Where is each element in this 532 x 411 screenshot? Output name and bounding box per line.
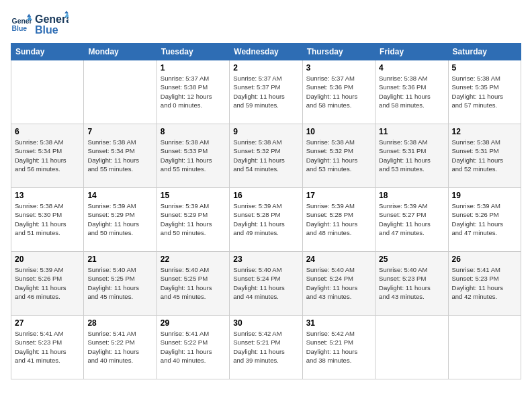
- calendar-cell: 22Sunrise: 5:40 AM Sunset: 5:25 PM Dayli…: [157, 252, 229, 316]
- weekday-header-sunday: Sunday: [11, 44, 84, 60]
- day-info: Sunrise: 5:38 AM Sunset: 5:35 PM Dayligh…: [452, 74, 517, 109]
- svg-marker-2: [27, 14, 31, 17]
- calendar-week-2: 6Sunrise: 5:38 AM Sunset: 5:34 PM Daylig…: [11, 124, 521, 188]
- calendar-cell: 25Sunrise: 5:40 AM Sunset: 5:23 PM Dayli…: [375, 252, 448, 316]
- day-number: 18: [379, 191, 444, 200]
- day-number: 23: [233, 255, 298, 264]
- calendar-cell: [84, 60, 157, 124]
- day-number: 20: [15, 255, 80, 264]
- day-info: Sunrise: 5:39 AM Sunset: 5:28 PM Dayligh…: [233, 201, 298, 237]
- day-number: 25: [379, 255, 444, 264]
- day-info: Sunrise: 5:41 AM Sunset: 5:22 PM Dayligh…: [87, 329, 152, 365]
- day-info: Sunrise: 5:38 AM Sunset: 5:31 PM Dayligh…: [379, 138, 444, 173]
- day-info: Sunrise: 5:38 AM Sunset: 5:34 PM Dayligh…: [87, 138, 152, 173]
- calendar-cell: 18Sunrise: 5:39 AM Sunset: 5:27 PM Dayli…: [375, 188, 448, 252]
- day-info: Sunrise: 5:38 AM Sunset: 5:32 PM Dayligh…: [233, 138, 298, 173]
- calendar-header-row: SundayMondayTuesdayWednesdayThursdayFrid…: [11, 44, 521, 60]
- weekday-header-thursday: Thursday: [302, 44, 375, 60]
- day-number: 2: [233, 63, 298, 73]
- day-number: 13: [15, 191, 80, 200]
- day-info: Sunrise: 5:39 AM Sunset: 5:29 PM Dayligh…: [161, 201, 226, 237]
- calendar-cell: 10Sunrise: 5:38 AM Sunset: 5:32 PM Dayli…: [302, 124, 375, 188]
- logo-svg: General Blue: [35, 11, 69, 36]
- day-number: 24: [306, 255, 371, 264]
- day-number: 26: [452, 255, 517, 264]
- weekday-header-wednesday: Wednesday: [230, 44, 302, 60]
- day-number: 9: [233, 127, 298, 136]
- calendar-cell: 29Sunrise: 5:41 AM Sunset: 5:22 PM Dayli…: [157, 316, 229, 379]
- calendar-cell: 11Sunrise: 5:38 AM Sunset: 5:31 PM Dayli…: [375, 124, 448, 188]
- day-number: 29: [161, 318, 226, 328]
- calendar-cell: 13Sunrise: 5:38 AM Sunset: 5:30 PM Dayli…: [11, 188, 84, 252]
- logo: General Blue General Blue: [11, 11, 69, 36]
- calendar-cell: 19Sunrise: 5:39 AM Sunset: 5:26 PM Dayli…: [448, 188, 521, 252]
- calendar-cell: 1Sunrise: 5:37 AM Sunset: 5:38 PM Daylig…: [157, 60, 229, 124]
- calendar-cell: 17Sunrise: 5:39 AM Sunset: 5:28 PM Dayli…: [302, 188, 375, 252]
- day-info: Sunrise: 5:42 AM Sunset: 5:21 PM Dayligh…: [306, 329, 371, 365]
- svg-text:Blue: Blue: [12, 25, 28, 32]
- calendar-cell: 28Sunrise: 5:41 AM Sunset: 5:22 PM Dayli…: [84, 316, 157, 379]
- day-number: 17: [306, 191, 371, 200]
- day-number: 28: [87, 318, 152, 328]
- day-number: 10: [306, 127, 371, 136]
- day-info: Sunrise: 5:41 AM Sunset: 5:22 PM Dayligh…: [161, 329, 226, 365]
- calendar-cell: 2Sunrise: 5:37 AM Sunset: 5:37 PM Daylig…: [230, 60, 302, 124]
- calendar-cell: 3Sunrise: 5:37 AM Sunset: 5:36 PM Daylig…: [302, 60, 375, 124]
- day-number: 22: [161, 255, 226, 264]
- day-info: Sunrise: 5:40 AM Sunset: 5:25 PM Dayligh…: [87, 265, 152, 301]
- day-number: 3: [306, 63, 371, 73]
- day-number: 8: [161, 127, 226, 136]
- calendar-cell: 24Sunrise: 5:40 AM Sunset: 5:24 PM Dayli…: [302, 252, 375, 316]
- calendar-cell: [11, 60, 84, 124]
- day-info: Sunrise: 5:40 AM Sunset: 5:25 PM Dayligh…: [161, 265, 226, 301]
- weekday-header-friday: Friday: [375, 44, 448, 60]
- calendar-cell: 30Sunrise: 5:42 AM Sunset: 5:21 PM Dayli…: [230, 316, 302, 379]
- logo-icon: General Blue: [11, 13, 32, 34]
- calendar-cell: 27Sunrise: 5:41 AM Sunset: 5:23 PM Dayli…: [11, 316, 84, 379]
- calendar-cell: 31Sunrise: 5:42 AM Sunset: 5:21 PM Dayli…: [302, 316, 375, 379]
- day-info: Sunrise: 5:39 AM Sunset: 5:29 PM Dayligh…: [87, 201, 152, 237]
- calendar-cell: 20Sunrise: 5:39 AM Sunset: 5:26 PM Dayli…: [11, 252, 84, 316]
- day-info: Sunrise: 5:38 AM Sunset: 5:33 PM Dayligh…: [161, 138, 226, 173]
- calendar-week-4: 20Sunrise: 5:39 AM Sunset: 5:26 PM Dayli…: [11, 252, 521, 316]
- svg-marker-6: [64, 11, 69, 13]
- day-info: Sunrise: 5:37 AM Sunset: 5:37 PM Dayligh…: [233, 74, 298, 109]
- calendar-cell: 15Sunrise: 5:39 AM Sunset: 5:29 PM Dayli…: [157, 188, 229, 252]
- day-info: Sunrise: 5:40 AM Sunset: 5:23 PM Dayligh…: [379, 265, 444, 301]
- calendar-cell: 4Sunrise: 5:38 AM Sunset: 5:36 PM Daylig…: [375, 60, 448, 124]
- day-number: 14: [87, 191, 152, 200]
- day-info: Sunrise: 5:37 AM Sunset: 5:38 PM Dayligh…: [161, 74, 226, 109]
- day-info: Sunrise: 5:38 AM Sunset: 5:30 PM Dayligh…: [15, 201, 80, 237]
- svg-text:General: General: [35, 13, 69, 25]
- day-number: 4: [379, 63, 444, 73]
- calendar-cell: 5Sunrise: 5:38 AM Sunset: 5:35 PM Daylig…: [448, 60, 521, 124]
- day-info: Sunrise: 5:41 AM Sunset: 5:23 PM Dayligh…: [452, 265, 517, 301]
- day-number: 6: [15, 127, 80, 136]
- day-info: Sunrise: 5:38 AM Sunset: 5:32 PM Dayligh…: [306, 138, 371, 173]
- calendar-cell: 7Sunrise: 5:38 AM Sunset: 5:34 PM Daylig…: [84, 124, 157, 188]
- day-info: Sunrise: 5:38 AM Sunset: 5:36 PM Dayligh…: [379, 74, 444, 109]
- svg-text:Blue: Blue: [35, 24, 58, 36]
- calendar-cell: 23Sunrise: 5:40 AM Sunset: 5:24 PM Dayli…: [230, 252, 302, 316]
- day-number: 19: [452, 191, 517, 200]
- calendar-cell: 12Sunrise: 5:38 AM Sunset: 5:31 PM Dayli…: [448, 124, 521, 188]
- day-number: 12: [452, 127, 517, 136]
- day-info: Sunrise: 5:39 AM Sunset: 5:27 PM Dayligh…: [379, 201, 444, 237]
- calendar-cell: [375, 316, 448, 379]
- day-number: 11: [379, 127, 444, 136]
- day-number: 5: [452, 63, 517, 73]
- day-info: Sunrise: 5:38 AM Sunset: 5:31 PM Dayligh…: [452, 138, 517, 173]
- calendar-cell: 16Sunrise: 5:39 AM Sunset: 5:28 PM Dayli…: [230, 188, 302, 252]
- calendar-cell: 14Sunrise: 5:39 AM Sunset: 5:29 PM Dayli…: [84, 188, 157, 252]
- day-info: Sunrise: 5:42 AM Sunset: 5:21 PM Dayligh…: [233, 329, 298, 365]
- day-number: 30: [233, 318, 298, 328]
- day-info: Sunrise: 5:39 AM Sunset: 5:26 PM Dayligh…: [15, 265, 80, 301]
- calendar-week-5: 27Sunrise: 5:41 AM Sunset: 5:23 PM Dayli…: [11, 316, 521, 379]
- day-number: 21: [87, 255, 152, 264]
- weekday-header-saturday: Saturday: [448, 44, 521, 60]
- calendar-cell: [448, 316, 521, 379]
- calendar-cell: 26Sunrise: 5:41 AM Sunset: 5:23 PM Dayli…: [448, 252, 521, 316]
- day-info: Sunrise: 5:39 AM Sunset: 5:26 PM Dayligh…: [452, 201, 517, 237]
- calendar-cell: 8Sunrise: 5:38 AM Sunset: 5:33 PM Daylig…: [157, 124, 229, 188]
- calendar-cell: 21Sunrise: 5:40 AM Sunset: 5:25 PM Dayli…: [84, 252, 157, 316]
